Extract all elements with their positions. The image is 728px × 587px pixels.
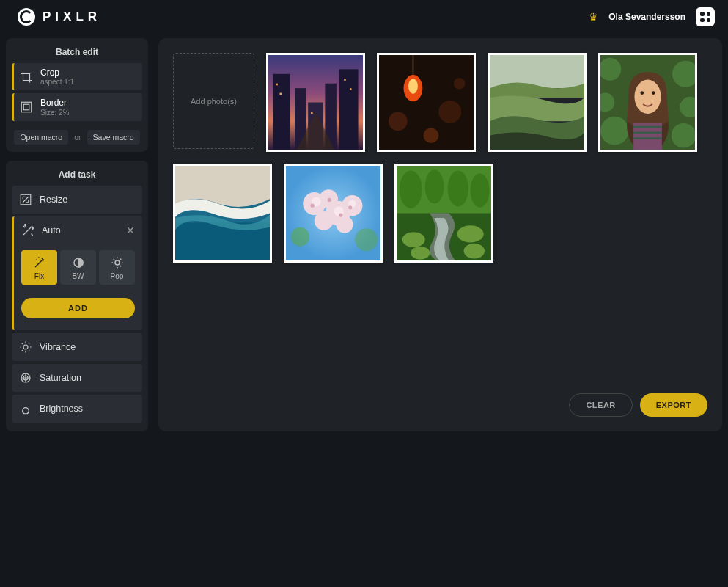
content-actions: CLEAR EXPORT bbox=[173, 380, 707, 417]
svg-rect-10 bbox=[339, 69, 359, 150]
photo-thumbnail[interactable] bbox=[488, 53, 587, 152]
svg-point-70 bbox=[464, 244, 485, 259]
svg-rect-15 bbox=[279, 93, 282, 95]
sidebar: Batch edit Crop aspect 1:1 Border Size: … bbox=[6, 38, 148, 431]
brand-name: PIXLR bbox=[43, 10, 101, 24]
crop-icon bbox=[20, 70, 33, 84]
svg-point-55 bbox=[311, 204, 315, 208]
task-option-auto[interactable]: Auto ✕ Fix BW Pop bbox=[12, 216, 142, 330]
svg-point-36 bbox=[634, 80, 661, 114]
contrast-icon bbox=[72, 256, 85, 269]
svg-point-50 bbox=[315, 211, 334, 230]
svg-point-20 bbox=[389, 112, 408, 131]
svg-point-38 bbox=[652, 91, 655, 95]
username-label[interactable]: Ola Sevandersson bbox=[608, 12, 685, 22]
batch-edit-title: Batch edit bbox=[12, 44, 142, 63]
clear-button[interactable]: CLEAR bbox=[569, 393, 632, 417]
photo-thumbnail[interactable] bbox=[173, 164, 272, 263]
vibrance-icon bbox=[19, 340, 32, 354]
svg-point-32 bbox=[672, 123, 695, 148]
export-button[interactable]: EXPORT bbox=[640, 393, 707, 417]
wand-icon bbox=[33, 256, 46, 269]
svg-rect-9 bbox=[273, 74, 290, 150]
add-task-button[interactable]: ADD bbox=[21, 298, 135, 318]
brand-logo[interactable]: PIXLR bbox=[18, 8, 101, 26]
svg-point-58 bbox=[348, 205, 352, 209]
sun-icon bbox=[111, 256, 124, 269]
auto-option-pop[interactable]: Pop bbox=[99, 250, 135, 285]
svg-point-60 bbox=[355, 228, 378, 251]
svg-rect-17 bbox=[350, 88, 352, 90]
macro-or-label: or bbox=[74, 133, 81, 142]
photo-thumbnail[interactable] bbox=[394, 164, 493, 263]
save-macro-button[interactable]: Save macro bbox=[87, 130, 140, 145]
svg-point-22 bbox=[424, 128, 439, 143]
macro-row: Open macro or Save macro bbox=[12, 124, 142, 146]
svg-point-66 bbox=[471, 173, 490, 207]
svg-point-51 bbox=[336, 216, 353, 233]
apps-menu-button[interactable] bbox=[696, 7, 715, 26]
auto-option-fix[interactable]: Fix bbox=[21, 250, 57, 285]
svg-point-65 bbox=[448, 170, 468, 206]
photo-thumbnail[interactable] bbox=[377, 53, 476, 152]
svg-point-31 bbox=[600, 117, 629, 145]
brightness-icon bbox=[19, 402, 32, 415]
task-option-vibrance[interactable]: Vibrance bbox=[12, 333, 142, 361]
task-option-brightness[interactable]: Brightness bbox=[12, 395, 142, 423]
photo-thumbnail[interactable] bbox=[284, 164, 383, 263]
batch-edit-panel: Batch edit Crop aspect 1:1 Border Size: … bbox=[6, 38, 148, 152]
add-photo-tile[interactable]: Add photo(s) bbox=[173, 53, 254, 149]
svg-point-4 bbox=[115, 260, 120, 265]
open-macro-button[interactable]: Open macro bbox=[14, 130, 68, 145]
task-border[interactable]: Border Size: 2% bbox=[12, 93, 142, 120]
auto-option-bw[interactable]: BW bbox=[60, 250, 96, 285]
svg-point-69 bbox=[411, 247, 430, 260]
photo-thumbnail[interactable] bbox=[598, 53, 697, 152]
auto-icon bbox=[21, 224, 34, 237]
svg-rect-1 bbox=[23, 104, 29, 110]
task-option-saturation[interactable]: Saturation bbox=[12, 364, 142, 392]
border-icon bbox=[20, 101, 33, 114]
saturation-icon bbox=[19, 371, 32, 384]
svg-rect-0 bbox=[21, 102, 32, 112]
svg-point-21 bbox=[438, 101, 461, 123]
photo-grid: Add photo(s) bbox=[173, 53, 707, 263]
task-crop[interactable]: Crop aspect 1:1 bbox=[12, 63, 142, 90]
svg-point-67 bbox=[402, 232, 425, 247]
resize-icon bbox=[19, 193, 32, 206]
svg-rect-14 bbox=[276, 84, 278, 86]
svg-rect-18 bbox=[311, 112, 313, 114]
content-area: Add photo(s) bbox=[158, 38, 722, 431]
close-icon[interactable]: ✕ bbox=[126, 225, 135, 236]
add-task-title: Add task bbox=[12, 167, 142, 186]
task-option-resize[interactable]: Resize bbox=[12, 186, 142, 214]
app-header: PIXLR ♛ Ola Sevandersson bbox=[0, 0, 728, 34]
svg-point-23 bbox=[454, 78, 465, 89]
add-task-panel: Add task Resize Auto ✕ Fix bbox=[6, 161, 148, 431]
svg-point-63 bbox=[400, 170, 422, 208]
photo-thumbnail[interactable] bbox=[266, 53, 365, 152]
auto-options: Fix BW Pop bbox=[21, 250, 135, 285]
svg-rect-27 bbox=[490, 55, 584, 88]
crown-icon: ♛ bbox=[589, 11, 598, 23]
pixlr-logo-icon bbox=[18, 8, 35, 26]
svg-point-37 bbox=[640, 91, 644, 95]
svg-point-56 bbox=[328, 198, 331, 202]
svg-rect-16 bbox=[344, 79, 346, 81]
svg-point-26 bbox=[408, 79, 418, 94]
svg-point-5 bbox=[23, 345, 28, 349]
svg-point-57 bbox=[339, 214, 342, 217]
svg-point-59 bbox=[290, 227, 309, 247]
svg-point-64 bbox=[425, 169, 444, 203]
svg-point-68 bbox=[457, 225, 484, 242]
